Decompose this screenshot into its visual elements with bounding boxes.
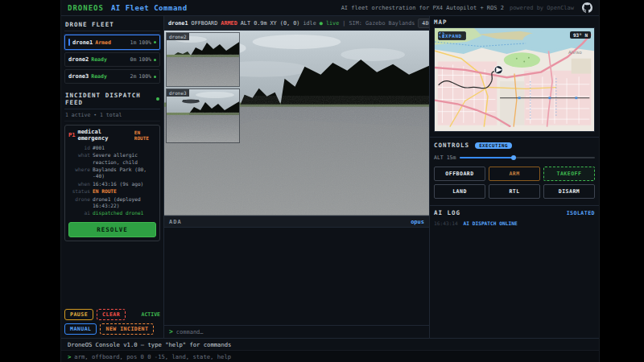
drone-card-drone1[interactable]: drone1 Armed 1m 100%	[64, 35, 160, 50]
log-message: AI DISPATCH ONLINE	[464, 220, 518, 226]
feed-header: drone1 OFFBOARD ARMED ALT 0.9m XY (0, 0)…	[164, 16, 429, 31]
incident-feed-header: INCIDENT DISPATCH FEED	[64, 90, 160, 109]
drone-card-drone3[interactable]: drone3 Ready 2m 100%	[64, 69, 160, 84]
brand-logo: DRONEOS	[68, 4, 104, 12]
fleet-header: DRONE FLEET	[64, 19, 160, 31]
app-title: AI Fleet Command	[111, 4, 188, 12]
field-key: id	[68, 145, 90, 151]
pause-button[interactable]: PAUSE	[64, 309, 93, 320]
drone-altitude: 2m	[130, 73, 137, 80]
github-icon[interactable]	[582, 2, 592, 13]
feed-drone-name: drone1	[168, 20, 188, 27]
sim-label: | SIM: Gazebo Baylands	[342, 20, 415, 27]
fleet-sidebar: DRONE FLEET drone1 Armed 1m 100% drone2 …	[61, 16, 164, 338]
field-value: Baylands Park (80, -40)	[93, 167, 156, 180]
assistant-name: ADA	[169, 219, 182, 225]
field-value: 16:43:16 (9s ago)	[93, 181, 156, 187]
map-header-label: MAP	[434, 19, 448, 26]
drone-altitude: 0m	[130, 56, 137, 63]
drone-altitude: 1m	[130, 39, 137, 46]
incident-fields: id#001 whatSevere allergic reaction, chi…	[68, 145, 156, 217]
altitude-label: ALT 15m	[434, 154, 456, 161]
assistant-bar: ADA opus	[164, 216, 429, 228]
log-entry: 16:43:14 AI DISPATCH ONLINE	[434, 220, 595, 226]
flight-control-buttons: OFFBOARD ARM TAKEOFF LAND RTL DISARM	[434, 167, 595, 199]
slider-fill	[460, 157, 514, 158]
quality-button[interactable]: 480p	[418, 19, 429, 28]
slider-knob[interactable]	[511, 155, 516, 160]
disarm-button[interactable]: DISARM	[543, 184, 595, 199]
thumbnail-drone2[interactable]: drone2	[166, 32, 240, 87]
takeoff-button[interactable]: TAKEOFF	[543, 167, 595, 181]
land-button[interactable]: LAND	[434, 184, 485, 199]
ai-log-section: AI LOG ISOLATED 16:43:14 AI DISPATCH ONL…	[430, 205, 599, 338]
app-subtitle: AI fleet orchestration for PX4 Autopilot…	[341, 5, 504, 11]
incident-feed-label: INCIDENT DISPATCH FEED	[65, 92, 156, 106]
selected-indicator	[68, 39, 70, 46]
drone-map-marker	[494, 66, 502, 74]
feed-live-dot	[156, 97, 159, 101]
active-status-label: ACTIVE	[142, 311, 160, 318]
drone-status: Ready	[91, 56, 107, 63]
top-bar: DRONEOS AI Fleet Command AI fleet orches…	[61, 0, 599, 16]
live-indicator: ● live	[320, 20, 340, 27]
video-panel: drone1 OFFBOARD ARMED ALT 0.9m XY (0, 0)…	[164, 16, 430, 338]
command-input[interactable]	[176, 329, 424, 335]
manual-button[interactable]: MANUAL	[64, 323, 97, 335]
executing-badge: EXECUTING	[475, 142, 512, 149]
field-key: drone	[68, 196, 90, 210]
main-video-feed[interactable]: drone2 drone3	[164, 31, 429, 216]
field-key: when	[68, 181, 90, 187]
incident-summary: 1 active • 1 total	[64, 109, 160, 121]
clear-button[interactable]: CLEAR	[97, 309, 126, 320]
console-input-row[interactable]: > arm, offboard, pos 0 0 -15, land, stat…	[61, 350, 599, 362]
main-area: DRONE FLEET drone1 Armed 1m 100% drone2 …	[61, 16, 599, 338]
priority-badge: P1	[68, 132, 75, 138]
command-prompt: >	[169, 328, 173, 335]
altitude-slider[interactable]	[460, 157, 595, 158]
expand-icon	[439, 32, 444, 38]
log-timestamp: 16:43:14	[434, 220, 458, 226]
stage: DRONEOS AI Fleet Command AI fleet orches…	[0, 0, 644, 362]
console-hint-text: arm, offboard, pos 0 0 -15, land, state,…	[74, 353, 231, 360]
offboard-button[interactable]: OFFBOARD	[434, 167, 485, 181]
assistant-chat-area	[164, 228, 429, 325]
battery-status-dot	[154, 59, 156, 61]
drone-name: drone1	[72, 39, 93, 46]
droneos-app: DRONEOS AI Fleet Command AI fleet orches…	[60, 0, 600, 362]
map-place-label: Alviso	[568, 50, 582, 55]
command-row: >	[164, 325, 429, 338]
drone-list: drone1 Armed 1m 100% drone2 Ready 0m 100…	[64, 35, 160, 84]
map-header: MAP	[434, 19, 595, 26]
rtl-button[interactable]: RTL	[489, 184, 540, 199]
drone-status: Armed	[95, 39, 111, 46]
field-value-status: EN ROUTE	[93, 188, 156, 195]
thumbnail-label: drone2	[167, 33, 189, 40]
field-value: drone1 (deployed 16:43:22)	[93, 196, 156, 210]
assistant-model: opus	[411, 219, 424, 225]
controls-section: CONTROLS EXECUTING ALT 15m OFFBOARD ARM	[430, 137, 599, 204]
fleet-header-label: DRONE FLEET	[65, 21, 114, 28]
resolve-button[interactable]: RESOLVE	[68, 222, 156, 237]
drone-battery: 100%	[138, 73, 151, 80]
battery-status-dot	[154, 76, 156, 78]
new-incident-button[interactable]: NEW INCIDENT	[100, 323, 154, 335]
map-view[interactable]: EXPAND 93° N	[434, 27, 595, 132]
thumbnail-drone3[interactable]: drone3	[166, 88, 240, 143]
field-key: ai	[68, 210, 90, 216]
openstreetmap-canvas: Alviso	[435, 28, 594, 127]
drone-name: drone3	[68, 73, 89, 80]
console-panel: DroneOS Console v1.0 — type "help" for c…	[61, 338, 599, 362]
drone-card-drone2[interactable]: drone2 Ready 0m 100%	[64, 52, 160, 67]
arm-button[interactable]: ARM	[489, 167, 540, 181]
map-expand-button[interactable]: EXPAND	[438, 31, 466, 40]
right-panel: MAP EXPAND 93° N	[430, 16, 599, 338]
map-heading-badge: 93° N	[570, 31, 591, 39]
incident-card[interactable]: P1 medical emergency EN ROUTE id#001 wha…	[64, 125, 160, 241]
drone3-scene	[167, 89, 240, 143]
field-value: #001	[93, 145, 156, 151]
drone-battery: 100%	[138, 39, 151, 46]
feed-xy: XY (0, 0)	[270, 20, 300, 27]
console-prompt: >	[68, 353, 71, 360]
isolated-badge: ISOLATED	[567, 210, 595, 216]
